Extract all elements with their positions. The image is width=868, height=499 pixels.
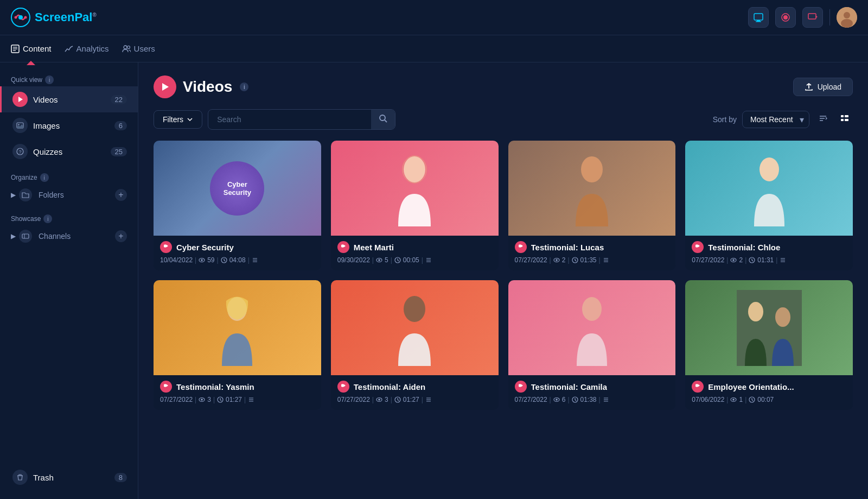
menu-icon: [425, 257, 432, 263]
channel-icon-chloe: [692, 241, 704, 253]
svg-rect-6: [756, 21, 761, 22]
search-button[interactable]: [371, 110, 395, 129]
channels-label: Channels: [39, 232, 112, 241]
views-icon: [199, 257, 205, 263]
person-silhouette-lucas: [570, 150, 614, 226]
nav-item-analytics[interactable]: Analytics: [65, 40, 109, 58]
duration-icon: [221, 257, 227, 263]
toolbar-right: Sort by Most Recent Oldest First Most Vi…: [713, 111, 853, 128]
svg-point-18: [124, 46, 127, 49]
views-icon: [553, 257, 560, 263]
video-thumbnail-camila: [508, 280, 676, 375]
svg-rect-9: [808, 14, 816, 19]
video-card-testimonial-aiden[interactable]: Testimonial: Aiden 07/27/2022 | 3 | 01:2…: [331, 280, 499, 410]
video-card-testimonial-chloe[interactable]: Testimonial: Chloe 07/27/2022 | 2 | 01:3…: [685, 141, 853, 270]
quick-view-info-icon[interactable]: i: [45, 75, 54, 84]
showcase-label: Showcase i: [11, 214, 127, 223]
person-silhouette-chloe: [748, 150, 791, 226]
duration-icon: [217, 396, 224, 403]
channel-icon-yasmin: [160, 381, 172, 393]
video-card-testimonial-lucas[interactable]: Testimonial: Lucas 07/27/2022 | 2 | 01:3…: [508, 141, 676, 270]
video-card-testimonial-yasmin[interactable]: Testimonial: Yasmin 07/27/2022 | 3 | 01:…: [154, 280, 321, 410]
person-silhouette-camila: [570, 290, 614, 366]
menu-icon: [252, 257, 258, 263]
video-card-employee-orientation[interactable]: Employee Orientatio... 07/06/2022 | 1 | …: [685, 280, 853, 410]
video-title: Cyber Security: [176, 243, 234, 252]
video-card-testimonial-camila[interactable]: Testimonial: Camila 07/27/2022 | 6 | 01:…: [508, 280, 676, 410]
top-nav-right: [748, 7, 857, 28]
showcase-info-icon[interactable]: i: [43, 214, 52, 223]
folders-item[interactable]: ▶ Folders +: [0, 184, 138, 206]
menu-icon: [603, 257, 609, 263]
upload-button[interactable]: Upload: [793, 78, 853, 96]
svg-point-8: [783, 15, 788, 20]
add-folder-button[interactable]: +: [115, 189, 127, 201]
present-button[interactable]: [802, 7, 823, 28]
video-title-row-lucas: Testimonial: Lucas: [515, 241, 669, 253]
views-icon: [199, 396, 205, 403]
logo[interactable]: ScreenPal®: [11, 8, 97, 27]
sort-order-button[interactable]: [815, 111, 831, 128]
sidebar-spacer: [0, 247, 138, 464]
upload-icon: [805, 83, 813, 91]
filters-button[interactable]: Filters: [154, 110, 202, 129]
svg-point-43: [404, 156, 425, 182]
sidebar-item-trash[interactable]: Trash 8: [0, 464, 138, 490]
nav-item-users[interactable]: Users: [122, 40, 155, 58]
video-info-camila: Testimonial: Camila 07/27/2022 | 6 | 01:…: [508, 375, 676, 410]
channel-icon-employee: [692, 381, 704, 393]
svg-line-29: [385, 120, 387, 122]
svg-rect-25: [22, 234, 29, 238]
video-card-meet-marti[interactable]: Meet Marti 09/30/2022 | 5 | 00:05 |: [331, 141, 499, 270]
images-count: 6: [114, 121, 127, 130]
svg-point-90: [733, 399, 735, 401]
folders-chevron: ▶: [11, 191, 16, 199]
nav-analytics-label: Analytics: [76, 44, 109, 53]
svg-marker-20: [18, 97, 23, 102]
video-thumbnail-chloe: [685, 141, 853, 236]
organize-section: Organize i: [0, 173, 138, 182]
capture-button[interactable]: [748, 7, 769, 28]
record-button[interactable]: [775, 7, 796, 28]
video-info-cyber: Cyber Security 10/04/2022 | 59 | 04:08 |: [154, 236, 321, 270]
organize-info-icon[interactable]: i: [40, 173, 49, 182]
video-info-chloe: Testimonial: Chloe 07/27/2022 | 2 | 01:3…: [685, 236, 853, 270]
videos-label: Videos: [33, 95, 111, 104]
title-info-icon[interactable]: i: [240, 83, 248, 91]
svg-point-38: [201, 259, 203, 261]
duration-icon: [394, 396, 401, 403]
avatar[interactable]: [837, 7, 857, 28]
trash-count: 8: [114, 473, 127, 482]
channels-icon: [19, 230, 32, 243]
person-silhouette-marti: [393, 150, 436, 226]
toolbar-left: Filters: [154, 109, 395, 130]
nav-item-content[interactable]: Content: [11, 40, 52, 58]
svg-rect-35: [841, 119, 844, 121]
search-input[interactable]: [208, 111, 371, 128]
svg-point-81: [556, 399, 558, 401]
top-nav: ScreenPal®: [0, 0, 868, 35]
svg-point-2: [15, 16, 17, 19]
sidebar-item-quizzes[interactable]: ? Quizzes 25: [0, 138, 138, 165]
content-title: Videos i: [154, 75, 248, 98]
video-card-cyber-security[interactable]: CyberSecurity Cyber Security 10/04/2022 …: [154, 141, 321, 270]
list-view-button[interactable]: [837, 111, 853, 128]
channels-item[interactable]: ▶ Channels +: [0, 225, 138, 247]
quizzes-label: Quizzes: [33, 147, 111, 156]
svg-point-79: [582, 297, 602, 321]
duration-icon: [749, 396, 755, 403]
views-icon: [730, 396, 737, 403]
trash-icon: [12, 470, 28, 485]
filters-chevron-icon: [187, 116, 193, 123]
person-silhouette-aiden: [393, 290, 436, 366]
sidebar-item-images[interactable]: Images 6: [0, 112, 138, 138]
main-content: Videos i Upload Filters: [138, 62, 868, 499]
video-thumbnail-marti: [331, 141, 499, 236]
menu-icon: [425, 396, 432, 403]
page-title: Videos: [183, 78, 232, 96]
sort-select[interactable]: Most Recent Oldest First Most Viewed Tit…: [742, 111, 809, 128]
add-channel-button[interactable]: +: [115, 230, 127, 242]
top-nav-left: ScreenPal®: [11, 8, 97, 27]
sidebar-item-videos[interactable]: Videos 22: [0, 86, 138, 112]
svg-marker-10: [816, 16, 818, 18]
